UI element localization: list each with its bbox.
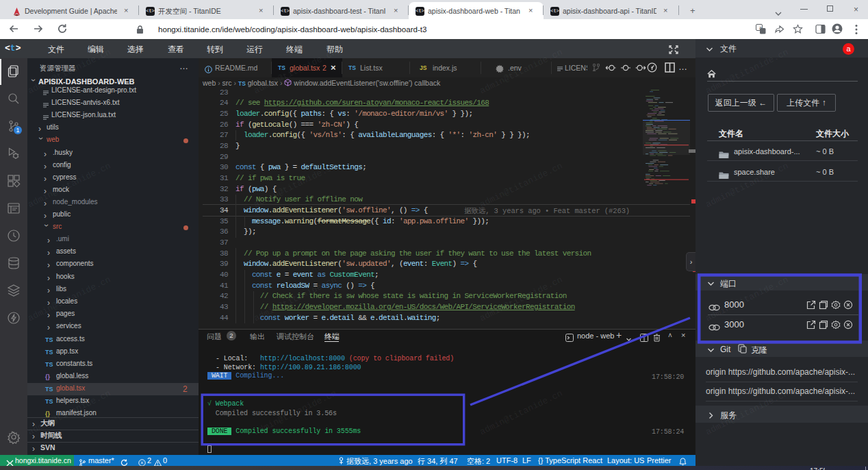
svg-text:a: a [759,25,762,30]
